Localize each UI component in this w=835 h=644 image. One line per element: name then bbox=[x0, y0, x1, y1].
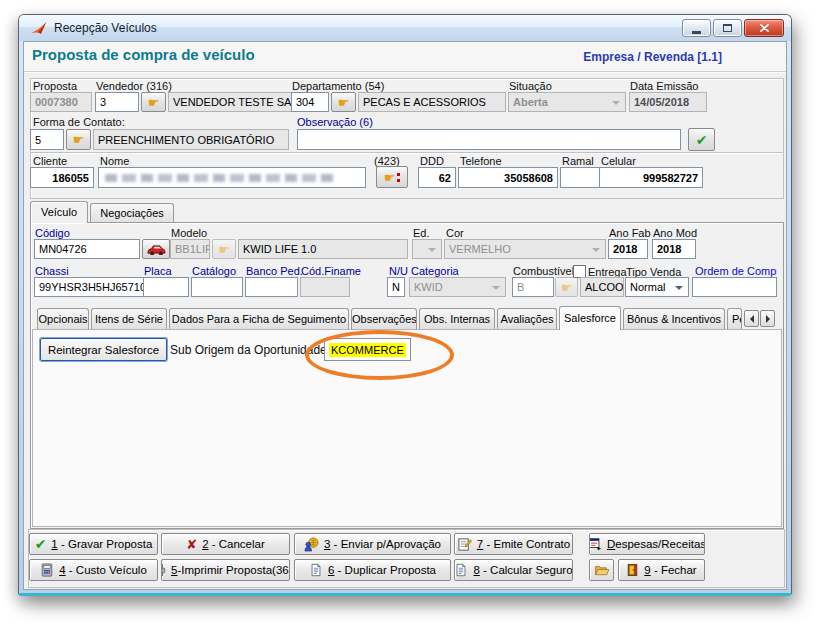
nome-input[interactable] bbox=[98, 167, 366, 188]
proposta-field: 0007380 bbox=[30, 92, 92, 112]
chevron-down-icon bbox=[675, 286, 683, 290]
subtab-scroll-right-button[interactable] bbox=[760, 310, 775, 327]
button-label: 3 - Enviar p/Aprovação bbox=[324, 538, 441, 550]
tab-veiculo[interactable]: Veículo bbox=[30, 201, 88, 223]
green-check-icon: ✔ bbox=[696, 133, 708, 147]
subtab-bonus-incentivos[interactable]: Bônus & Incentivos bbox=[623, 308, 725, 329]
gravar-proposta-button[interactable]: ✔ 1 - Gravar Proposta bbox=[29, 533, 158, 555]
window-title: Recepção Veículos bbox=[54, 21, 157, 35]
ramal-input[interactable] bbox=[560, 167, 600, 188]
ordem-compra-input[interactable] bbox=[692, 277, 777, 297]
catalogo-input[interactable] bbox=[191, 277, 243, 297]
cod-finame-label: Cód.Finame bbox=[301, 265, 361, 277]
forma-contato-lookup-button[interactable]: ☛ bbox=[66, 129, 91, 150]
ano-fab-label: Ano Fab bbox=[609, 227, 651, 239]
exit-door-icon bbox=[626, 563, 639, 577]
subtab-salesforce[interactable]: Salesforce bbox=[559, 306, 621, 330]
document-icon bbox=[309, 563, 323, 577]
departamento-code-input[interactable]: 304 bbox=[291, 92, 329, 112]
red-dots-icon bbox=[397, 173, 400, 182]
forma-contato-code-input[interactable]: 5 bbox=[30, 129, 64, 150]
app-logo-icon bbox=[30, 21, 48, 36]
cancelar-button[interactable]: ✘ 2 - Cancelar bbox=[161, 533, 290, 555]
subtab-scroll-left-button[interactable] bbox=[744, 310, 759, 327]
enviar-aprovacao-button[interactable]: 3 - Enviar p/Aprovação bbox=[294, 533, 451, 555]
reintegrar-salesforce-button[interactable]: Reintegrar Salesforce bbox=[40, 338, 167, 361]
subtab-truncated[interactable]: Pe bbox=[727, 308, 742, 329]
vendedor-name-display: VENDEDOR TESTE SALESF bbox=[168, 92, 292, 112]
custo-veiculo-button[interactable]: 4 - Custo Veículo bbox=[29, 559, 158, 581]
nu-input[interactable]: N bbox=[387, 277, 405, 297]
combustivel-name-display: ALCOOL bbox=[580, 277, 624, 297]
telefone-input[interactable]: 35058608 bbox=[458, 167, 558, 188]
cliente-code-input[interactable]: 186055 bbox=[30, 167, 94, 188]
chassi-input[interactable]: 99YHSR3H5HJ657105 bbox=[34, 277, 144, 297]
minimize-button[interactable] bbox=[682, 19, 711, 37]
subtab-dados-ficha-seguimento[interactable]: Dados Para a Ficha de Seguimento bbox=[169, 308, 349, 329]
ddd-label: DDD bbox=[420, 155, 444, 167]
titlebar[interactable]: Recepção Veículos bbox=[19, 15, 791, 41]
close-button[interactable] bbox=[744, 19, 784, 37]
open-folder-button[interactable] bbox=[589, 559, 614, 581]
printer-icon bbox=[161, 563, 166, 577]
celular-input[interactable]: 999582727 bbox=[599, 167, 703, 188]
tab-negociacoes[interactable]: Negociações bbox=[90, 203, 174, 223]
nome-label: Nome bbox=[100, 155, 129, 167]
hand-pointer-icon: ☛ bbox=[338, 96, 350, 109]
hand-pointer-icon: ☛ bbox=[218, 243, 230, 256]
folder-icon bbox=[594, 564, 610, 576]
imprimir-proposta-button[interactable]: 5-Imprimir Proposta(363) bbox=[161, 559, 290, 581]
vendedor-lookup-button[interactable]: ☛ bbox=[141, 92, 166, 112]
banco-ped-input[interactable] bbox=[245, 277, 298, 297]
observacao-input[interactable] bbox=[297, 129, 681, 150]
subtab-obs-internas[interactable]: Obs. Internas bbox=[419, 308, 495, 329]
modelo-lookup-button-disabled: ☛ bbox=[212, 239, 236, 259]
car-lookup-button[interactable] bbox=[142, 239, 170, 259]
maximize-button[interactable] bbox=[713, 19, 742, 37]
button-label: Despesas/Receitas bbox=[607, 538, 705, 550]
modelo-code-display: BB1LIF bbox=[170, 239, 210, 259]
despesas-receitas-button[interactable]: Despesas/Receitas bbox=[589, 533, 705, 555]
ano-fab-input[interactable]: 2018 bbox=[608, 239, 648, 259]
car-icon bbox=[146, 244, 166, 255]
hand-pointer-icon: ☛ bbox=[73, 133, 85, 146]
placa-input[interactable] bbox=[143, 277, 189, 297]
modelo-name-display: KWID LIFE 1.0 bbox=[238, 239, 408, 259]
calcular-seguro-button[interactable]: 8 - Calcular Seguro bbox=[454, 559, 573, 581]
button-label: 8 - Calcular Seguro bbox=[473, 564, 572, 576]
departamento-name-display: PECAS E ACESSORIOS bbox=[358, 92, 506, 112]
fechar-button[interactable]: 9 - Fechar bbox=[618, 559, 705, 581]
departamento-lookup-button[interactable]: ☛ bbox=[331, 92, 356, 112]
minimize-icon bbox=[692, 31, 701, 34]
subtab-opcionais[interactable]: Opcionais bbox=[37, 308, 89, 329]
confirm-observacao-button[interactable]: ✔ bbox=[688, 128, 715, 151]
subtab-observacoes[interactable]: Observações bbox=[351, 308, 417, 329]
red-x-icon: ✘ bbox=[186, 538, 197, 551]
cliente-lookup-button[interactable]: ☛ bbox=[376, 166, 408, 188]
ordem-compra-label: Ordem de Compra bbox=[695, 265, 777, 277]
codigo-input[interactable]: MN04726 bbox=[34, 239, 140, 259]
green-check-icon: ✔ bbox=[35, 537, 47, 551]
button-label: 2 - Cancelar bbox=[202, 538, 265, 550]
subtab-avaliacoes[interactable]: Avaliações bbox=[497, 308, 557, 329]
ddd-input[interactable]: 62 bbox=[418, 167, 456, 188]
button-label: 4 - Custo Veículo bbox=[59, 564, 147, 576]
ano-mod-input[interactable]: 2018 bbox=[652, 239, 696, 259]
duplicar-proposta-button[interactable]: 6 - Duplicar Proposta bbox=[294, 559, 451, 581]
ed-combo bbox=[412, 239, 442, 259]
button-label: 5-Imprimir Proposta(363) bbox=[171, 564, 290, 576]
subtab-itens-de-serie[interactable]: Itens de Série bbox=[91, 308, 167, 329]
chevron-down-icon bbox=[612, 101, 620, 105]
combustivel-code-input[interactable]: B bbox=[512, 277, 554, 297]
calculator-icon bbox=[40, 563, 54, 577]
banco-ped-label: Banco Ped. bbox=[246, 265, 303, 277]
emite-contrato-button[interactable]: 7 - Emite Contrato bbox=[454, 533, 573, 555]
tipo-venda-combo[interactable]: Normal bbox=[625, 277, 689, 297]
sub-origem-input[interactable]: KCOMMERCE bbox=[324, 338, 411, 361]
ramal-label: Ramal bbox=[562, 155, 594, 167]
categoria-combo: KWID bbox=[409, 277, 506, 297]
cliente-label: Cliente bbox=[33, 155, 67, 167]
sub-origem-label: Sub Origem da Oportunidade bbox=[170, 343, 327, 357]
nu-label: N/U bbox=[389, 265, 408, 277]
vendedor-code-input[interactable]: 3 bbox=[95, 92, 139, 112]
